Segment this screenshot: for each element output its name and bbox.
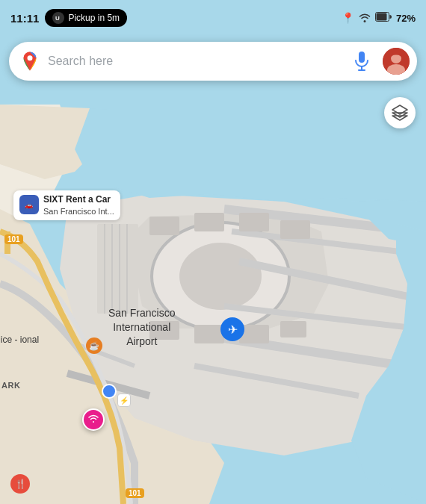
svg-text:U: U — [55, 15, 60, 22]
microphone-button[interactable] — [348, 48, 375, 75]
search-input[interactable]: Search here — [48, 55, 341, 68]
map-layer-button[interactable] — [384, 97, 416, 128]
google-maps-logo-icon — [19, 51, 40, 72]
svg-marker-45 — [392, 116, 407, 120]
search-bar[interactable]: Search here — [9, 42, 417, 81]
status-left: 11:11 U Pickup in 5m — [10, 9, 127, 27]
pink-wifi-icon — [82, 408, 105, 431]
map-marker-blue — [102, 384, 117, 399]
svg-rect-17 — [149, 217, 179, 235]
svg-point-34 — [28, 55, 33, 60]
user-avatar-button[interactable] — [383, 48, 410, 75]
svg-rect-19 — [239, 213, 269, 231]
status-bar: 11:11 U Pickup in 5m 📍 — [0, 0, 426, 36]
battery-icon — [375, 11, 392, 25]
svg-rect-24 — [280, 321, 306, 337]
sfo-plane-icon: ✈ — [220, 317, 244, 341]
svg-marker-15 — [112, 105, 426, 202]
svg-rect-33 — [376, 13, 386, 21]
uber-logo-icon: U — [52, 12, 64, 24]
battery-percentage: 72% — [396, 13, 416, 24]
svg-rect-42 — [401, 58, 404, 63]
food-icon: 🍴 — [10, 474, 30, 494]
juice-place-icon: ☕ — [86, 337, 102, 354]
svg-rect-35 — [359, 52, 365, 63]
uber-pill[interactable]: U Pickup in 5m — [45, 9, 127, 27]
svg-rect-21 — [149, 321, 179, 340]
svg-rect-20 — [280, 220, 310, 239]
svg-rect-41 — [388, 58, 391, 63]
svg-rect-25 — [97, 224, 138, 314]
time-display: 11:11 — [10, 12, 39, 25]
location-icon: 📍 — [342, 12, 354, 24]
uber-pickup-label: Pickup in 5m — [68, 13, 120, 23]
status-right: 📍 72% — [342, 11, 416, 25]
svg-rect-18 — [194, 213, 224, 231]
wifi-icon — [359, 12, 371, 25]
svg-rect-22 — [194, 325, 224, 343]
svg-point-2 — [179, 243, 262, 310]
charging-station-marker: ⚡ — [117, 393, 131, 407]
